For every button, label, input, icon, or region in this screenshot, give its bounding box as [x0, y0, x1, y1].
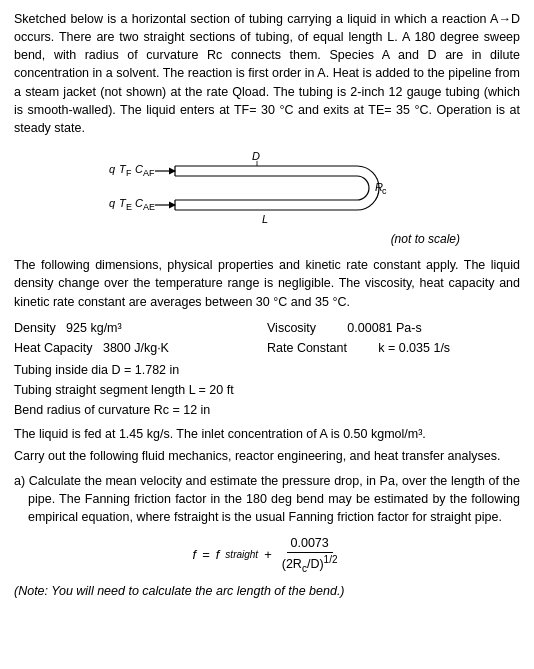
diagram: q T F C AF D q T E C AE L R c	[14, 147, 520, 227]
formula-expression: f = fstraight + 0.0073 (2Rc/D)1/2	[193, 534, 342, 576]
svg-text:L: L	[262, 213, 268, 225]
following-paragraph: The following dimensions, physical prope…	[14, 256, 520, 310]
rate-constant-value: k = 0.035 1/s	[378, 341, 450, 355]
svg-text:D: D	[252, 150, 260, 162]
not-to-scale-label: (not to scale)	[14, 231, 520, 248]
density-value: 925 kg/m³	[66, 321, 122, 335]
formula-f-label: f	[193, 546, 197, 565]
formula-denominator: (2Rc/D)1/2	[278, 553, 342, 576]
feed-rate-line: The liquid is fed at 1.45 kg/s. The inle…	[14, 425, 520, 443]
formula-plus: +	[264, 546, 272, 565]
formula-fstraight: f	[216, 546, 220, 565]
svg-text:AF: AF	[143, 168, 155, 178]
question-a-text: a) Calculate the mean velocity and estim…	[14, 472, 520, 526]
heat-capacity-label: Heat Capacity	[14, 341, 93, 355]
svg-text:C: C	[135, 163, 143, 175]
note-text: (Note: You will need to calculate the ar…	[14, 582, 520, 600]
bend-radius-line: Bend radius of curvature Rc = 12 in	[14, 401, 520, 419]
svg-text:F: F	[126, 168, 132, 178]
rate-constant-row: Rate Constant k = 0.035 1/s	[267, 339, 520, 357]
svg-text:AE: AE	[143, 202, 155, 212]
viscosity-value: 0.00081 Pa-s	[347, 321, 421, 335]
formula-fraction: 0.0073 (2Rc/D)1/2	[278, 534, 342, 576]
formula-equals: =	[202, 546, 210, 565]
viscosity-row: Viscosity 0.00081 Pa-s	[267, 319, 520, 337]
svg-text:E: E	[126, 202, 132, 212]
carry-out-line: Carry out the following fluid mechanics,…	[14, 447, 520, 465]
intro-paragraph: Sketched below is a horizontal section o…	[14, 10, 520, 137]
density-row: Density 925 kg/m³	[14, 319, 267, 337]
heat-capacity-row: Heat Capacity 3800 J/kg·K	[14, 339, 267, 357]
svg-text:q: q	[109, 197, 116, 209]
rate-constant-label: Rate Constant	[267, 341, 347, 355]
tubing-dia-line: Tubing inside dia D = 1.782 in	[14, 361, 520, 379]
formula-numerator: 0.0073	[287, 534, 333, 553]
svg-text:C: C	[135, 197, 143, 209]
svg-text:c: c	[382, 186, 387, 196]
formula-fstraight-sub: straight	[225, 548, 258, 563]
heat-capacity-value: 3800 J/kg·K	[103, 341, 169, 355]
formula-block: f = fstraight + 0.0073 (2Rc/D)1/2	[14, 534, 520, 576]
viscosity-label: Viscosity	[267, 321, 316, 335]
svg-text:q: q	[109, 163, 116, 175]
density-label: Density	[14, 321, 56, 335]
tubing-length-line: Tubing straight segment length L = 20 ft	[14, 381, 520, 399]
